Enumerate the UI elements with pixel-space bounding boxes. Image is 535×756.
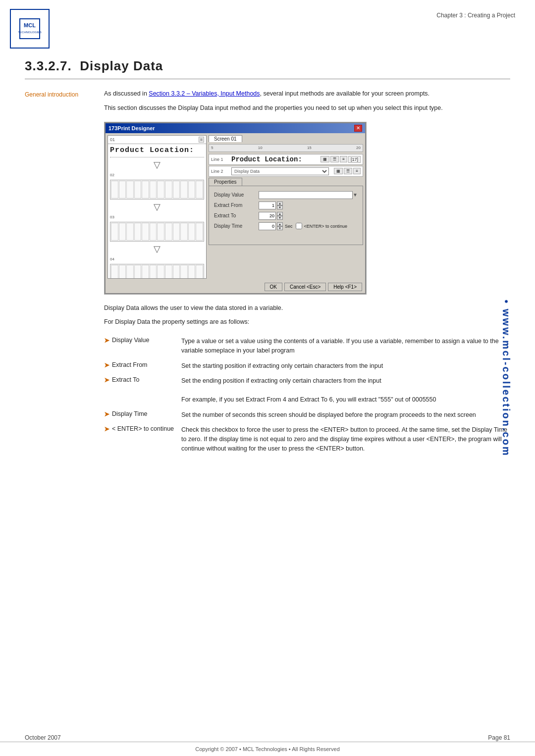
app-row-label: 01 ≡ bbox=[108, 136, 206, 144]
arrow-down-2: ▽ bbox=[108, 202, 206, 212]
help-button[interactable]: Help <F1> bbox=[328, 283, 362, 291]
extract-to-down[interactable]: ▼ bbox=[277, 216, 283, 220]
grid-cell bbox=[126, 181, 134, 199]
grid-cell bbox=[196, 265, 203, 279]
properties-tab-bar: Properties bbox=[209, 178, 363, 186]
intro-para2: This section discusses the Display Data … bbox=[104, 103, 510, 113]
grid-cell bbox=[126, 223, 134, 241]
bullet-arrow: ➤ bbox=[104, 376, 112, 404]
footer-page: Page 81 bbox=[488, 734, 510, 741]
grid-cell bbox=[173, 265, 180, 279]
display-time-input[interactable]: 0 bbox=[259, 222, 276, 230]
extract-from-down[interactable]: ▼ bbox=[277, 205, 283, 209]
bullet-arrow: ➤ bbox=[104, 425, 112, 453]
intro-section: General introduction As discussed in Sec… bbox=[25, 89, 510, 459]
prop-name-enter-continue: < ENTER> to continue bbox=[112, 425, 181, 453]
row-label-02: 02 bbox=[108, 172, 206, 178]
ok-button[interactable]: OK bbox=[265, 283, 282, 291]
display-time-spinner-btns: ▲ ▼ bbox=[277, 222, 283, 230]
prop-name-extract-to: Extract To bbox=[112, 376, 181, 404]
extract-from-input[interactable]: 1 bbox=[259, 202, 276, 209]
prop-name-display-value: Display Value bbox=[112, 337, 181, 355]
display-value-arrow[interactable]: ▼ bbox=[353, 192, 358, 198]
fmt-right2-btn[interactable]: ≡ bbox=[353, 168, 361, 174]
grid-cell bbox=[150, 223, 157, 241]
prop-desc-enter-continue: Check this checkbox to force the user to… bbox=[181, 425, 510, 453]
prop-item-display-value: ➤ Display Value Type a value or set a va… bbox=[104, 337, 510, 355]
screen-tab[interactable]: Screen 01 bbox=[209, 135, 242, 142]
extract-to-label: Extract To bbox=[214, 213, 259, 218]
grid-cell bbox=[188, 265, 196, 279]
line1-label: Line 1 bbox=[211, 157, 228, 162]
display-time-up[interactable]: ▲ bbox=[277, 222, 283, 226]
extract-to-input[interactable]: 20 bbox=[259, 212, 276, 220]
line-num: [17] bbox=[348, 156, 361, 163]
grid-cell bbox=[111, 265, 118, 279]
grid-cell bbox=[111, 181, 118, 199]
app-close-button[interactable]: ✕ bbox=[354, 125, 362, 132]
grid-cell bbox=[165, 181, 172, 199]
cancel-button[interactable]: Cancel <Esc> bbox=[284, 283, 326, 291]
enter-continue-checkbox-group: <ENTER> to continue bbox=[296, 223, 348, 229]
fmt-table-btn[interactable]: ▦ bbox=[321, 156, 329, 162]
grid-cell bbox=[134, 181, 142, 199]
arrow-down-1: ▽ bbox=[108, 159, 206, 170]
grid-cell bbox=[157, 265, 164, 279]
extract-from-spinner: 1 ▲ ▼ bbox=[259, 202, 283, 209]
prop-item-display-time: ➤ Display Time Set the number of seconds… bbox=[104, 410, 510, 420]
section-divider bbox=[25, 79, 510, 79]
grid-cell bbox=[142, 265, 149, 279]
fmt-align2-btn[interactable]: ☰ bbox=[344, 168, 352, 174]
extract-to-up[interactable]: ▲ bbox=[277, 212, 283, 216]
bullet-arrow: ➤ bbox=[104, 410, 112, 420]
fmt-align-btn[interactable]: ☰ bbox=[330, 156, 339, 162]
prop-name-extract-from: Extract From bbox=[112, 361, 181, 371]
section-link[interactable]: Section 3.3.2 – Variables, Input Methods bbox=[149, 90, 260, 97]
extract-to-row: Extract To 20 ▲ ▼ bbox=[214, 212, 358, 220]
dotted-separator bbox=[110, 157, 204, 157]
app-title: 173Print Designer bbox=[108, 125, 155, 131]
ruler: 5 10 15 20 bbox=[209, 144, 363, 152]
grid-cell bbox=[196, 223, 203, 241]
page-footer: October 2007 Page 81 bbox=[25, 734, 510, 741]
row-label-04: 04 bbox=[108, 256, 206, 262]
enter-continue-checkbox[interactable] bbox=[296, 223, 302, 229]
section-title: 3.3.2.7. Display Data bbox=[25, 58, 510, 74]
line2-type-dropdown[interactable]: Display Data bbox=[231, 167, 329, 175]
right-column: As discussed in Section 3.3.2 – Variable… bbox=[104, 89, 510, 459]
grid-cell bbox=[119, 265, 126, 279]
app-left-panel: 01 ≡ Product Location: ▽ 02 bbox=[107, 135, 207, 279]
grid-cell bbox=[173, 223, 180, 241]
prop-desc-display-value: Type a value or set a value using the co… bbox=[181, 337, 510, 355]
line1-content: Product Location: bbox=[231, 155, 318, 163]
copyright-bar: Copyright © 2007 • MCL Technologies • Al… bbox=[0, 742, 535, 756]
grid-cell bbox=[165, 265, 172, 279]
grid-cell bbox=[134, 223, 142, 241]
line2-display: Line 2 Display Data ▦ ☰ ≡ bbox=[209, 166, 363, 177]
desc-para1: Display Data allows the user to view the… bbox=[104, 303, 510, 313]
grid-cell bbox=[188, 223, 196, 241]
line2-format-buttons: ▦ ☰ ≡ bbox=[334, 168, 361, 174]
line2-label: Line 2 bbox=[211, 169, 228, 174]
display-time-down[interactable]: ▼ bbox=[277, 226, 283, 230]
grid-row-02 bbox=[110, 180, 204, 200]
chapter-info: Chapter 3 : Creating a Project bbox=[59, 9, 515, 19]
prop-item-enter-continue: ➤ < ENTER> to continue Check this checkb… bbox=[104, 425, 510, 453]
app-left-inner: 01 ≡ Product Location: ▽ 02 bbox=[107, 135, 207, 279]
display-time-row: Display Time 0 ▲ ▼ Sec bbox=[214, 222, 358, 230]
extract-from-row: Extract From 1 ▲ ▼ bbox=[214, 202, 358, 209]
display-time-label: Display Time bbox=[214, 223, 259, 229]
grid-cell bbox=[150, 181, 157, 199]
extract-from-spinner-btns: ▲ ▼ bbox=[277, 202, 283, 209]
fmt-table2-btn[interactable]: ▦ bbox=[334, 168, 343, 174]
extract-from-up[interactable]: ▲ bbox=[277, 202, 283, 205]
display-value-input[interactable] bbox=[259, 191, 353, 199]
prop-desc-extract-to: Set the ending position if extracting on… bbox=[181, 376, 510, 404]
extract-to-spinner-btns: ▲ ▼ bbox=[277, 212, 283, 220]
page-header: MCL TECHNOLOGIES Chapter 3 : Creating a … bbox=[0, 0, 535, 49]
properties-tab[interactable]: Properties bbox=[209, 178, 242, 186]
fmt-right-btn[interactable]: ≡ bbox=[340, 156, 347, 162]
grid-cell bbox=[126, 265, 134, 279]
grid-row-03 bbox=[110, 222, 204, 242]
prop-desc-extract-from: Set the starting position if extracting … bbox=[181, 361, 510, 371]
